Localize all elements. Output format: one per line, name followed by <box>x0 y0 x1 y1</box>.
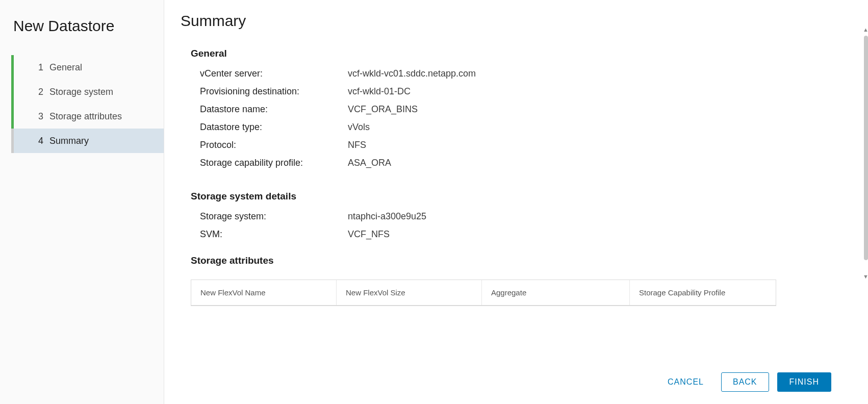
wizard-main: Summary General vCenter server: vcf-wkld… <box>164 0 868 404</box>
field-value: VCF_NFS <box>348 229 390 240</box>
field-row: Provisioning destination: vcf-wkld-01-DC <box>191 86 837 97</box>
wizard-footer: CANCEL BACK FINISH <box>181 361 848 404</box>
step-storage-system[interactable]: 2 Storage system <box>11 80 164 104</box>
field-label: SVM: <box>200 229 348 240</box>
page-title: Summary <box>181 12 848 30</box>
step-summary[interactable]: 4 Summary <box>11 129 164 153</box>
field-label: Provisioning destination: <box>200 86 348 97</box>
storage-attributes-table: New FlexVol Name New FlexVol Size Aggreg… <box>191 280 776 306</box>
field-row: vCenter server: vcf-wkld-vc01.sddc.netap… <box>191 68 837 79</box>
field-label: Storage capability profile: <box>200 158 348 168</box>
field-label: Datastore name: <box>200 104 348 115</box>
step-label: Storage system <box>49 87 113 97</box>
cancel-button[interactable]: CANCEL <box>658 372 713 392</box>
scrollbar-thumb[interactable] <box>864 36 868 260</box>
field-label: Storage system: <box>200 211 348 222</box>
scroll-up-icon[interactable]: ▲ <box>863 27 868 33</box>
field-label: Protocol: <box>200 140 348 150</box>
table-header-row: New FlexVol Name New FlexVol Size Aggreg… <box>191 280 776 306</box>
wizard-sidebar: New Datastore 1 General 2 Storage system… <box>0 0 164 404</box>
scroll-down-icon[interactable]: ▼ <box>863 273 868 280</box>
step-number: 1 <box>38 62 43 73</box>
field-label: vCenter server: <box>200 68 348 79</box>
field-row: Datastore name: VCF_ORA_BINS <box>191 104 837 115</box>
field-row: SVM: VCF_NFS <box>191 229 837 240</box>
field-value: ntaphci-a300e9u25 <box>348 211 426 222</box>
column-header-flexvol-name[interactable]: New FlexVol Name <box>191 280 337 305</box>
step-label: Storage attributes <box>49 111 122 122</box>
summary-content: General vCenter server: vcf-wkld-vc01.sd… <box>181 48 848 361</box>
step-label: General <box>49 62 82 73</box>
section-heading-storage-system: Storage system details <box>191 191 837 202</box>
column-header-aggregate[interactable]: Aggregate <box>482 280 630 305</box>
field-value: vcf-wkld-vc01.sddc.netapp.com <box>348 68 476 79</box>
step-number: 2 <box>38 87 43 97</box>
field-label: Datastore type: <box>200 122 348 133</box>
finish-button[interactable]: FINISH <box>777 372 831 392</box>
step-label: Summary <box>49 136 89 146</box>
field-row: Storage system: ntaphci-a300e9u25 <box>191 211 837 222</box>
step-storage-attributes[interactable]: 3 Storage attributes <box>11 104 164 129</box>
column-header-storage-profile[interactable]: Storage Capability Profile <box>630 280 776 305</box>
field-value: vcf-wkld-01-DC <box>348 86 411 97</box>
field-row: Protocol: NFS <box>191 140 837 150</box>
column-header-flexvol-size[interactable]: New FlexVol Size <box>337 280 482 305</box>
field-value: NFS <box>348 140 366 150</box>
wizard-title: New Datastore <box>0 12 164 55</box>
wizard-steps: 1 General 2 Storage system 3 Storage att… <box>0 55 164 153</box>
section-heading-storage-attributes: Storage attributes <box>191 255 837 266</box>
scrollbar[interactable]: ▲ ▼ <box>863 36 868 270</box>
section-heading-general: General <box>191 48 837 59</box>
step-number: 4 <box>38 136 43 146</box>
field-row: Datastore type: vVols <box>191 122 837 133</box>
field-row: Storage capability profile: ASA_ORA <box>191 158 837 168</box>
field-value: ASA_ORA <box>348 158 391 168</box>
step-number: 3 <box>38 111 43 122</box>
field-value: VCF_ORA_BINS <box>348 104 418 115</box>
back-button[interactable]: BACK <box>721 372 769 392</box>
step-general[interactable]: 1 General <box>11 55 164 80</box>
field-value: vVols <box>348 122 370 133</box>
